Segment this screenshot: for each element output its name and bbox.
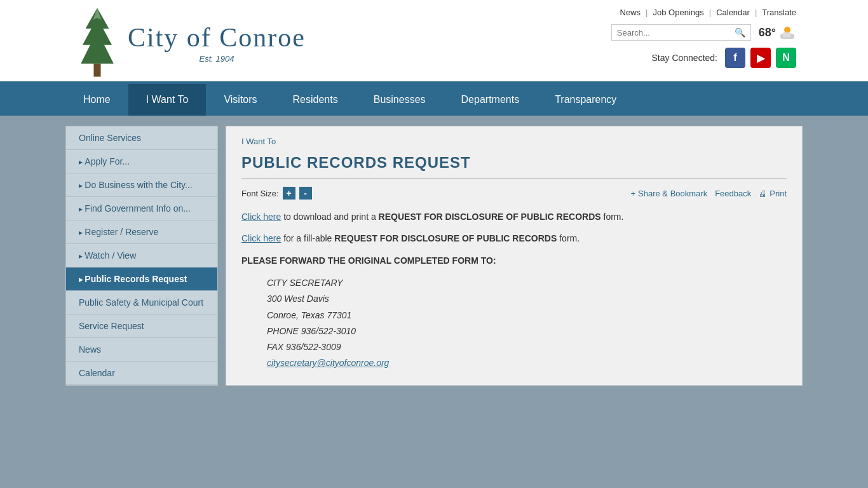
logo-area: City of Conroe Est. 1904 bbox=[72, 5, 306, 81]
nav-link-job-openings[interactable]: Job Openings bbox=[653, 8, 704, 17]
search-box: 🔍 bbox=[611, 24, 751, 41]
sidebar-link-public-records-request[interactable]: Public Records Request bbox=[66, 268, 217, 291]
top-links: News | Job Openings | Calendar | Transla… bbox=[620, 8, 796, 17]
svg-point-3 bbox=[784, 27, 790, 33]
feedback-label: Feedback bbox=[715, 189, 751, 198]
sidebar-item-calendar: Calendar bbox=[66, 362, 217, 385]
nav-item-departments: Departments bbox=[444, 84, 538, 116]
sidebar-item-watch-view: Watch / View bbox=[66, 244, 217, 268]
weather-icon bbox=[778, 24, 796, 41]
main-content: I Want To PUBLIC RECORDS REQUEST Font Si… bbox=[226, 126, 803, 386]
para-2: Click here for a fill-able REQUEST FOR D… bbox=[241, 231, 787, 245]
nav-link-residents[interactable]: Residents bbox=[275, 84, 356, 116]
top-right: News | Job Openings | Calendar | Transla… bbox=[611, 5, 796, 68]
sidebar-item-service-request: Service Request bbox=[66, 315, 217, 338]
sidebar-link-public-safety[interactable]: Public Safety & Municipal Court bbox=[66, 291, 217, 315]
address-line5: FAX 936/522-3009 bbox=[267, 339, 787, 355]
print-label: Print bbox=[770, 189, 787, 198]
click-here-link-1[interactable]: Click here bbox=[241, 212, 281, 222]
address-email: citysecretary@cityofconroe.org bbox=[267, 355, 787, 371]
logo-city-name: City of Conroe bbox=[128, 23, 306, 52]
sidebar-item-find-gov-info: Find Government Info on... bbox=[66, 197, 217, 220]
para1-bold: REQUEST FOR DISCLOSURE OF PUBLIC RECORDS bbox=[379, 212, 601, 222]
youtube-icon[interactable]: ▶ bbox=[750, 48, 771, 68]
nav-item-home: Home bbox=[65, 84, 128, 116]
nav-link-departments[interactable]: Departments bbox=[444, 84, 538, 116]
sidebar-link-calendar[interactable]: Calendar bbox=[66, 362, 217, 385]
address-block: CITY SECRETARY 300 West Davis Conroe, Te… bbox=[267, 275, 787, 371]
para1-suffix: form. bbox=[604, 212, 624, 222]
content-body: Click here to download and print a REQUE… bbox=[241, 210, 787, 371]
sidebar-link-find-gov-info[interactable]: Find Government Info on... bbox=[66, 197, 217, 220]
print-icon: 🖨 bbox=[759, 189, 767, 198]
weather-area: 68° bbox=[759, 24, 796, 41]
breadcrumb-link-i-want-to[interactable]: I Want To bbox=[241, 137, 276, 146]
nav-item-i-want-to: I Want To bbox=[128, 84, 207, 116]
breadcrumb: I Want To bbox=[241, 137, 787, 146]
forward-label: PLEASE FORWARD THE ORIGINAL COMPLETED FO… bbox=[241, 255, 496, 266]
svg-rect-5 bbox=[782, 32, 791, 37]
email-link[interactable]: citysecretary@cityofconroe.org bbox=[267, 358, 389, 368]
sidebar-link-service-request[interactable]: Service Request bbox=[66, 315, 217, 338]
para2-suffix: form. bbox=[559, 233, 580, 243]
sidebar-item-do-business: Do Business with the City... bbox=[66, 173, 217, 197]
top-bar: City of Conroe Est. 1904 News | Job Open… bbox=[0, 0, 868, 84]
sidebar-item-online-services: Online Services bbox=[66, 126, 217, 150]
sidebar-link-online-services[interactable]: Online Services bbox=[66, 126, 217, 150]
right-tools: + Share & Bookmark Feedback 🖨 Print bbox=[630, 189, 787, 198]
sidebar-item-news: News bbox=[66, 338, 217, 362]
sidebar-link-news[interactable]: News bbox=[66, 338, 217, 362]
para2-prefix: for a fill-able bbox=[283, 233, 334, 243]
nav-link-transparency[interactable]: Transparency bbox=[537, 84, 634, 116]
sidebar-link-apply-for[interactable]: Apply For... bbox=[66, 150, 217, 173]
forward-text: PLEASE FORWARD THE ORIGINAL COMPLETED FO… bbox=[241, 254, 787, 268]
nav-item-transparency: Transparency bbox=[537, 84, 634, 116]
share-label: Share & Bookmark bbox=[638, 189, 707, 198]
nav-link-businesses[interactable]: Businesses bbox=[356, 84, 444, 116]
feedback-link[interactable]: Feedback bbox=[715, 189, 751, 198]
print-link[interactable]: 🖨 Print bbox=[759, 189, 787, 198]
nav-link-i-want-to[interactable]: I Want To bbox=[128, 84, 207, 116]
social-row: Stay Connected: f ▶ N bbox=[651, 48, 796, 68]
divider-3: | bbox=[755, 8, 757, 17]
address-line3: Conroe, Texas 77301 bbox=[267, 308, 787, 323]
nav-link-calendar[interactable]: Calendar bbox=[716, 8, 750, 17]
nav-item-visitors: Visitors bbox=[206, 84, 275, 116]
page-wrapper: Online Services Apply For... Do Business… bbox=[65, 116, 803, 396]
font-size-area: Font Size: + - bbox=[241, 187, 312, 200]
para-1: Click here to download and print a REQUE… bbox=[241, 210, 787, 224]
share-icon: + bbox=[630, 189, 635, 198]
logo-tree-icon bbox=[72, 5, 123, 81]
divider-2: | bbox=[709, 8, 711, 17]
nextdoor-icon[interactable]: N bbox=[776, 48, 796, 68]
share-bookmark-link[interactable]: + Share & Bookmark bbox=[630, 189, 707, 198]
para2-bold: REQUEST FOR DISCLOSURE OF PUBLIC RECORDS bbox=[334, 233, 557, 243]
sidebar-link-do-business[interactable]: Do Business with the City... bbox=[66, 173, 217, 197]
font-decrease-button[interactable]: - bbox=[299, 187, 312, 200]
sidebar-item-public-safety: Public Safety & Municipal Court bbox=[66, 291, 217, 315]
main-nav: Home I Want To Visitors Residents Busine… bbox=[0, 84, 868, 116]
facebook-icon[interactable]: f bbox=[725, 48, 745, 68]
search-input[interactable] bbox=[617, 28, 735, 37]
para1-prefix: to download and print a bbox=[283, 212, 378, 222]
nav-link-news[interactable]: News bbox=[620, 8, 641, 17]
divider-1: | bbox=[646, 8, 648, 17]
click-here-link-2[interactable]: Click here bbox=[241, 233, 281, 243]
font-increase-button[interactable]: + bbox=[283, 187, 295, 200]
sidebar-item-register-reserve: Register / Reserve bbox=[66, 220, 217, 244]
sidebar-link-register-reserve[interactable]: Register / Reserve bbox=[66, 220, 217, 244]
nav-link-translate[interactable]: Translate bbox=[762, 8, 796, 17]
logo-established: Est. 1904 bbox=[128, 54, 306, 64]
search-weather-row: 🔍 68° bbox=[611, 24, 796, 41]
nav-link-visitors[interactable]: Visitors bbox=[206, 84, 275, 116]
address-line4: PHONE 936/522-3010 bbox=[267, 323, 787, 339]
sidebar-item-public-records-request: Public Records Request bbox=[66, 268, 217, 291]
sidebar-item-apply-for: Apply For... bbox=[66, 150, 217, 173]
logo-text: City of Conroe Est. 1904 bbox=[123, 23, 306, 63]
sidebar-menu: Online Services Apply For... Do Business… bbox=[66, 126, 217, 385]
search-button[interactable]: 🔍 bbox=[735, 27, 745, 37]
weather-temp: 68° bbox=[759, 26, 776, 39]
nav-link-home[interactable]: Home bbox=[65, 84, 128, 116]
sidebar-link-watch-view[interactable]: Watch / View bbox=[66, 244, 217, 268]
svg-rect-1 bbox=[93, 64, 100, 76]
